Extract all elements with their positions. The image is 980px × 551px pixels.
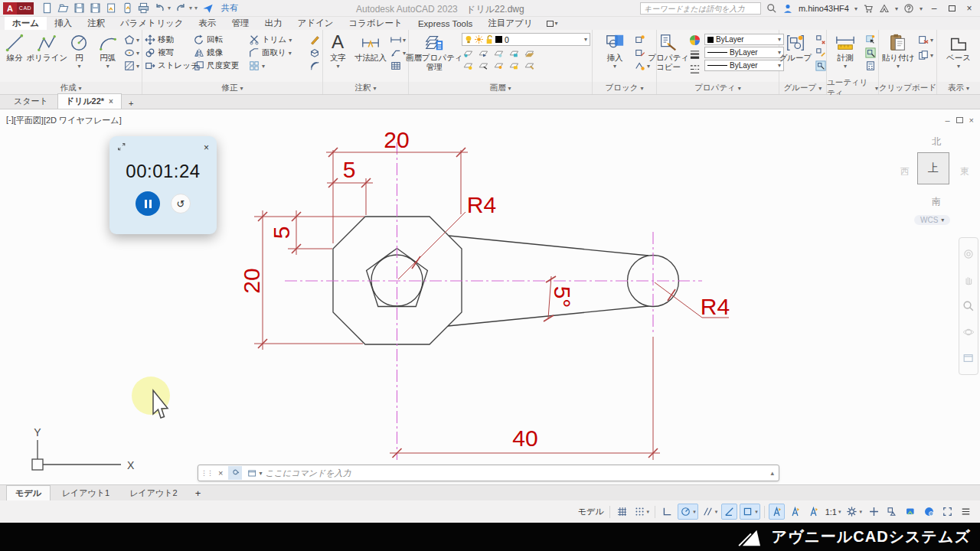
layer-match-button[interactable] <box>523 48 535 58</box>
create-block-button[interactable] <box>635 34 650 45</box>
isometric-chevron-icon[interactable]: ▾ <box>715 509 718 515</box>
new-file-icon[interactable] <box>41 2 53 14</box>
autodesk-mark-icon[interactable] <box>879 3 890 14</box>
polar-chevron-icon[interactable]: ▾ <box>693 509 696 515</box>
export-icon[interactable] <box>106 2 117 14</box>
restore-button[interactable] <box>946 3 958 14</box>
leader-button[interactable]: ▾ <box>390 47 406 58</box>
text-chevron-icon[interactable]: ▾ <box>336 62 339 70</box>
insert-chevron-icon[interactable]: ▾ <box>613 62 616 70</box>
quick-calc-button[interactable] <box>865 60 876 71</box>
panel-view-label[interactable]: 表示▾ <box>937 82 980 94</box>
tab-addins[interactable]: アドイン <box>289 17 341 30</box>
minimize-button[interactable]: – <box>928 3 940 14</box>
user-avatar-icon[interactable] <box>782 3 793 14</box>
color-wheel-icon[interactable] <box>689 34 701 46</box>
copy-clip-button[interactable]: ▾ <box>918 50 933 60</box>
linear-dim-button[interactable]: ▾ <box>390 34 406 45</box>
viewport-restore-icon[interactable] <box>956 117 963 123</box>
paste-button[interactable]: 貼り付け ▾ <box>882 33 914 82</box>
ortho-mode-button[interactable] <box>659 504 675 520</box>
dimension-button[interactable]: 寸法記入 <box>354 33 387 82</box>
ellipse-button[interactable]: ▾ <box>124 47 139 58</box>
erase-button[interactable] <box>309 34 320 45</box>
wcs-dropdown[interactable]: WCS▾ <box>914 215 950 225</box>
graphics-performance-button[interactable] <box>903 504 919 520</box>
tab-layout2[interactable]: レイアウト2 <box>121 486 185 500</box>
snap-mode-button[interactable]: ▾ <box>632 504 652 520</box>
hardware-acceleration-button[interactable] <box>921 504 937 520</box>
polyline-button[interactable]: ポリライン <box>31 33 63 82</box>
explode-button[interactable] <box>309 47 320 58</box>
group-edit-button[interactable] <box>815 47 826 58</box>
tab-express-tools[interactable]: Express Tools <box>410 17 480 30</box>
scale-button[interactable]: 尺度変更 <box>194 60 247 71</box>
command-close-icon[interactable]: × <box>215 468 226 478</box>
layer-prev-button[interactable] <box>477 60 489 70</box>
layer-dropdown[interactable]: 0 ▾ <box>462 33 590 46</box>
line-button[interactable]: 線分 <box>2 33 27 82</box>
object-snap-tracking-button[interactable] <box>721 504 737 520</box>
array-button[interactable]: ▾ <box>249 60 305 71</box>
layer-merge-button[interactable] <box>523 60 535 70</box>
annotation-monitor-button[interactable] <box>866 504 882 520</box>
measure-button[interactable]: 計測 ▾ <box>829 33 861 82</box>
tab-annotate[interactable]: 注釈 <box>80 17 113 30</box>
save-icon[interactable] <box>74 2 85 14</box>
layer-make-current-button[interactable] <box>462 60 474 70</box>
username[interactable]: m.hino43HF4 <box>799 4 849 13</box>
dim-width-top[interactable]: 20 <box>384 127 409 152</box>
share-plane-icon[interactable] <box>202 2 214 14</box>
command-history-toggle-icon[interactable]: ▴ <box>766 469 779 477</box>
timer-close-icon[interactable]: × <box>204 142 209 153</box>
text-button[interactable]: A 文字 ▾ <box>325 33 351 82</box>
panel-layers-label[interactable]: 画層▾ <box>409 82 592 94</box>
object-snap-button[interactable]: ▾ <box>740 504 760 520</box>
steering-wheel-icon[interactable] <box>962 248 975 260</box>
command-customize-button[interactable] <box>228 466 242 480</box>
mirror-button[interactable]: 鏡像 <box>194 47 247 58</box>
help-chevron-icon[interactable]: ▾ <box>920 5 923 12</box>
circle-chevron-icon[interactable]: ▾ <box>77 62 80 70</box>
app-menu-button[interactable]: A CAD <box>3 2 34 15</box>
arm-top-line[interactable] <box>449 236 648 256</box>
group-button[interactable]: グループ <box>779 33 812 82</box>
ribbon-display-toggle[interactable]: ▾ <box>541 17 564 30</box>
drawing-area[interactable]: 20 5 5 20 R4 5° 40 R4 Y X <box>0 109 980 484</box>
autoscale-button[interactable] <box>787 504 803 520</box>
pan-hand-icon[interactable] <box>962 274 975 286</box>
ungroup-button[interactable] <box>815 34 826 45</box>
cut-button[interactable]: ▾ <box>918 34 933 45</box>
panel-annotate-label[interactable]: 注釈▾ <box>323 82 408 94</box>
arc-button[interactable]: 円弧 ▾ <box>96 33 120 82</box>
tab-drawing[interactable]: ドリル22* × <box>57 93 122 109</box>
showmotion-icon[interactable] <box>962 352 975 364</box>
close-button[interactable]: × <box>963 3 975 14</box>
open-file-icon[interactable] <box>57 2 69 14</box>
dim-hole-radius[interactable]: R4 <box>467 192 496 217</box>
dim-length-bottom[interactable]: 40 <box>512 425 537 451</box>
tab-output[interactable]: 出力 <box>256 17 289 30</box>
viewport-view-link[interactable]: [平面図] <box>14 115 44 126</box>
undo-icon[interactable] <box>154 2 165 14</box>
model-space-button[interactable]: モデル <box>577 504 606 520</box>
timer-reset-button[interactable]: ↺ <box>171 194 191 214</box>
tab-view[interactable]: 表示 <box>191 17 224 30</box>
panel-utilities-label[interactable]: ユーティリティ▾ <box>827 82 878 94</box>
paste-chevron-icon[interactable]: ▾ <box>897 62 900 70</box>
tab-layout1[interactable]: レイアウト1 <box>54 486 118 500</box>
viewcube-east[interactable]: 東 <box>960 165 969 178</box>
viewport-controls-link[interactable]: [-] <box>6 115 14 126</box>
lineweight-dropdown[interactable]: ByLayer▾ <box>704 47 784 58</box>
annotation-scale-icon-button[interactable] <box>805 504 822 520</box>
panel-draw-label[interactable]: 作成▾ <box>0 82 142 94</box>
viewcube-up-face[interactable]: 上 <box>917 152 949 184</box>
chamfer-button[interactable]: 面取り▾ <box>249 47 305 58</box>
tab-model[interactable]: モデル <box>6 485 51 501</box>
isometric-drafting-button[interactable]: ▾ <box>701 504 720 520</box>
dim-chamfer-top[interactable]: 5 <box>343 157 356 182</box>
polygon-button[interactable]: ▾ <box>124 34 139 45</box>
dim-chamfer-side[interactable]: 5 <box>269 227 294 240</box>
panel-properties-label[interactable]: プロパティ▾ <box>657 82 779 94</box>
new-drawing-tab-button[interactable]: + <box>123 98 139 109</box>
